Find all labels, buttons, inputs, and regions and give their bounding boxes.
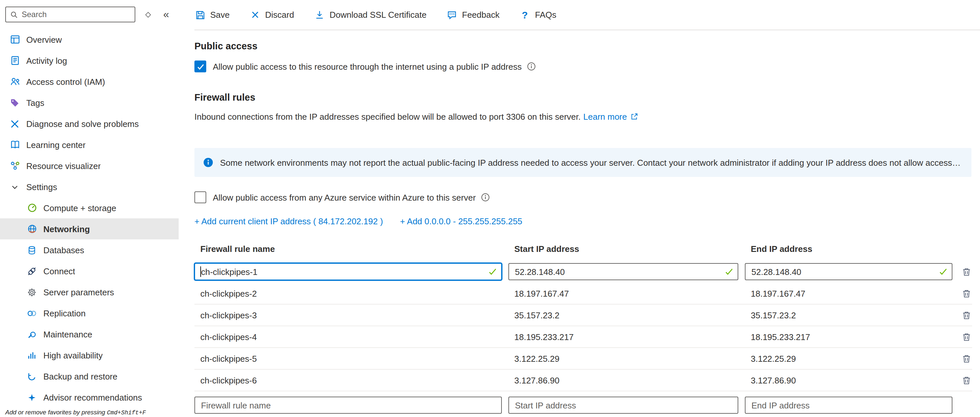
new-rule-name-input[interactable] xyxy=(194,396,502,414)
valid-check-icon xyxy=(488,267,497,276)
maintenance-icon xyxy=(26,329,37,340)
add-ip-links: + Add current client IP address ( 84.172… xyxy=(194,216,972,226)
sidebar-item-high-availability[interactable]: High availability xyxy=(0,345,179,366)
delete-rule-button[interactable] xyxy=(959,351,974,366)
new-end-ip-input[interactable] xyxy=(745,396,952,414)
networking-content: Public access Allow public access to thi… xyxy=(179,30,980,417)
sidebar-item-compute-storage[interactable]: Compute + storage xyxy=(0,197,179,218)
new-rule-name-field xyxy=(194,396,502,414)
question-mark-icon: ? xyxy=(519,9,530,21)
public-access-heading: Public access xyxy=(194,41,972,51)
search-input[interactable] xyxy=(22,10,131,19)
feedback-icon xyxy=(446,9,458,21)
chevron-down-icon xyxy=(9,181,21,192)
diagnose-icon xyxy=(9,118,21,129)
replication-icon xyxy=(26,307,37,319)
sidebar-item-tags[interactable]: Tags xyxy=(0,92,179,113)
resource-sidebar: « Overview Activity log Access control (… xyxy=(0,0,179,417)
info-tooltip-icon[interactable] xyxy=(481,193,490,202)
main-panel: Save Discard Download SSL Certificate Fe… xyxy=(179,0,980,417)
sidebar-item-learning-center[interactable]: Learning center xyxy=(0,134,179,155)
firewall-rules-table: Firewall rule name Start IP address End … xyxy=(194,241,972,415)
delete-rule-button[interactable] xyxy=(959,308,974,322)
delete-rule-button[interactable] xyxy=(959,329,974,344)
connect-icon xyxy=(26,265,37,276)
col-header-rule-name: Firewall rule name xyxy=(194,244,502,254)
add-all-ips-link[interactable]: + Add 0.0.0.0 - 255.255.255.255 xyxy=(400,216,522,226)
command-bar: Save Discard Download SSL Certificate Fe… xyxy=(194,0,980,30)
high-availability-icon xyxy=(26,350,37,361)
feedback-button[interactable]: Feedback xyxy=(446,9,500,21)
save-icon xyxy=(194,9,205,21)
learning-center-icon xyxy=(9,139,21,150)
table-row: ch-clickpipes-2 18.197.167.47 18.197.167… xyxy=(194,283,972,305)
collapse-sidebar-button[interactable]: « xyxy=(160,8,172,21)
sidebar-search[interactable] xyxy=(5,6,135,22)
sidebar-item-server-parameters[interactable]: Server parameters xyxy=(0,281,179,302)
col-header-end-ip: End IP address xyxy=(745,244,952,254)
sidebar-item-connect[interactable]: Connect xyxy=(0,260,179,281)
table-row: ch-clickpipes-3 35.157.23.2 35.157.23.2 xyxy=(194,305,972,326)
rule-name-input[interactable] xyxy=(194,263,502,280)
rule-name-field xyxy=(194,263,502,280)
end-ip-field xyxy=(745,263,952,280)
azure-portal-networking-page: « Overview Activity log Access control (… xyxy=(0,0,980,417)
text-caret xyxy=(200,266,201,277)
sidebar-item-networking[interactable]: Networking xyxy=(0,218,179,240)
sidebar-item-diagnose[interactable]: Diagnose and solve problems xyxy=(0,113,179,134)
server-parameters-icon xyxy=(26,286,37,298)
firewall-description: Inbound connections from the IP addresse… xyxy=(194,112,972,122)
public-access-checkbox-row: Allow public access to this resource thr… xyxy=(194,61,972,72)
new-start-ip-field xyxy=(508,396,738,414)
discard-button[interactable]: Discard xyxy=(249,9,294,21)
favorites-hint: Add or remove favorites by pressing Cmd+… xyxy=(5,409,177,416)
add-client-ip-link[interactable]: + Add current client IP address ( 84.172… xyxy=(194,216,383,226)
azure-services-checkbox[interactable] xyxy=(194,192,206,203)
discard-icon xyxy=(249,9,261,21)
delete-rule-button[interactable] xyxy=(959,264,974,279)
valid-check-icon xyxy=(724,267,734,276)
sidebar-item-replication[interactable]: Replication xyxy=(0,302,179,324)
compute-storage-icon xyxy=(26,202,37,213)
tags-icon xyxy=(9,97,21,108)
delete-rule-button[interactable] xyxy=(959,286,974,300)
faqs-button[interactable]: ? FAQs xyxy=(519,9,556,21)
table-row xyxy=(194,260,972,283)
refresh-icon[interactable] xyxy=(142,8,154,21)
sidebar-item-resource-visualizer[interactable]: Resource visualizer xyxy=(0,155,179,176)
sidebar-item-overview[interactable]: Overview xyxy=(0,29,179,50)
databases-icon xyxy=(26,244,37,256)
save-button[interactable]: Save xyxy=(194,9,229,21)
table-row: ch-clickpipes-5 3.122.25.29 3.122.25.29 xyxy=(194,348,972,370)
new-start-ip-input[interactable] xyxy=(508,396,738,414)
search-icon xyxy=(10,10,18,19)
table-row: ch-clickpipes-4 18.195.233.217 18.195.23… xyxy=(194,326,972,348)
info-banner-icon xyxy=(203,157,213,168)
end-ip-input[interactable] xyxy=(745,263,952,280)
public-access-checkbox[interactable] xyxy=(194,61,206,72)
overview-icon xyxy=(9,34,21,45)
backup-restore-icon xyxy=(26,371,37,382)
activity-log-icon xyxy=(9,55,21,66)
sidebar-item-access-control[interactable]: Access control (IAM) xyxy=(0,71,179,92)
new-end-ip-field xyxy=(745,396,952,414)
sidebar-header: « xyxy=(0,0,179,26)
networking-icon xyxy=(26,223,37,235)
sidebar-item-maintenance[interactable]: Maintenance xyxy=(0,324,179,345)
resource-menu: Overview Activity log Access control (IA… xyxy=(0,26,179,417)
sidebar-item-advisor-recommendations[interactable]: Advisor recommendations xyxy=(0,387,179,408)
download-ssl-button[interactable]: Download SSL Certificate xyxy=(313,9,426,21)
start-ip-field xyxy=(508,263,738,280)
sidebar-item-activity-log[interactable]: Activity log xyxy=(0,50,179,71)
sidebar-group-settings[interactable]: Settings xyxy=(0,176,179,197)
table-row: ch-clickpipes-6 3.127.86.90 3.127.86.90 xyxy=(194,370,972,391)
info-banner: Some network environments may not report… xyxy=(194,148,972,177)
sidebar-item-backup-restore[interactable]: Backup and restore xyxy=(0,366,179,387)
azure-services-checkbox-row: Allow public access from any Azure servi… xyxy=(194,192,972,203)
delete-rule-button[interactable] xyxy=(959,373,974,387)
start-ip-input[interactable] xyxy=(508,263,738,280)
learn-more-link[interactable]: Learn more xyxy=(583,112,627,122)
sidebar-item-databases[interactable]: Databases xyxy=(0,240,179,260)
info-tooltip-icon[interactable] xyxy=(527,62,536,71)
valid-check-icon xyxy=(939,267,948,276)
